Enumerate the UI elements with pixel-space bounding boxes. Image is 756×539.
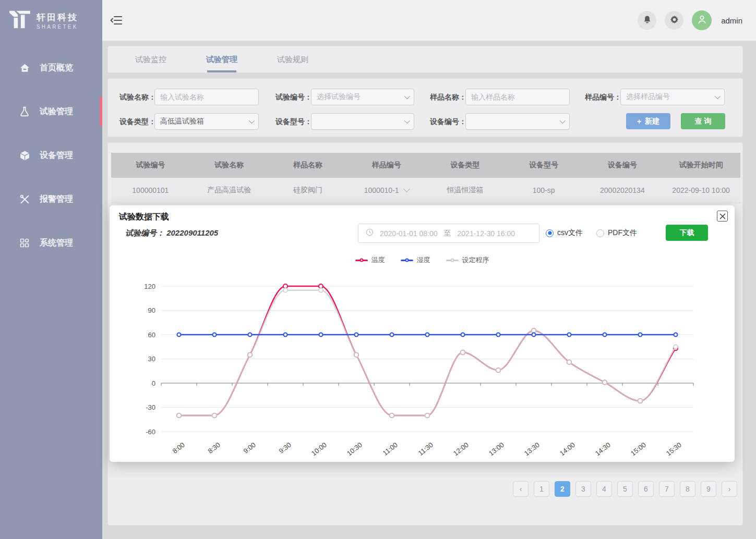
device-model-select[interactable] bbox=[311, 113, 414, 130]
data-point-湿度 bbox=[284, 333, 287, 337]
tab-test-monitoring[interactable]: 试验监控 bbox=[115, 46, 186, 72]
pagination-page-8[interactable]: 8 bbox=[680, 481, 695, 497]
chevron-down-icon bbox=[560, 118, 566, 124]
pagination-prev-button[interactable]: ‹ bbox=[513, 481, 529, 497]
data-point-湿度 bbox=[177, 333, 181, 337]
y-axis-label: -30 bbox=[146, 403, 155, 411]
y-axis-label: 60 bbox=[148, 331, 155, 339]
pagination: ‹ 1 2 3 4 5 6 7 8 9 › bbox=[513, 481, 737, 497]
radio-csv[interactable]: csv文件 bbox=[546, 228, 583, 238]
pagination-page-6[interactable]: 6 bbox=[638, 481, 654, 497]
sample-name-input-field[interactable] bbox=[471, 93, 564, 101]
series-line-温度 bbox=[179, 286, 676, 415]
pagination-page-3[interactable]: 3 bbox=[575, 481, 591, 497]
date-end: 2021-12-30 16:00 bbox=[458, 229, 515, 238]
pagination-page-5[interactable]: 5 bbox=[617, 481, 633, 497]
sidebar-item-home[interactable]: 首页概览 bbox=[0, 53, 102, 82]
sample-no-label: 样品编号： bbox=[585, 89, 621, 105]
chevron-down-icon bbox=[715, 93, 721, 99]
create-button[interactable]: + 新建 bbox=[626, 113, 670, 129]
brand-mark-icon bbox=[8, 9, 31, 31]
brand-name-cn: 轩田科技 bbox=[37, 11, 78, 23]
data-point-湿度 bbox=[568, 333, 571, 337]
device-no-label: 设备编号： bbox=[430, 113, 466, 130]
test-number-value: 202209011205 bbox=[166, 228, 218, 237]
device-type-label: 设备类型： bbox=[119, 113, 156, 130]
close-dialog-button[interactable] bbox=[717, 211, 728, 222]
tab-test-management[interactable]: 试验管理 bbox=[186, 46, 257, 72]
app-window: 轩田科技 SHARETEK 首页概览 试验管理 设备管理 bbox=[0, 0, 756, 539]
dialog-title: 试验数据下载 bbox=[119, 212, 169, 223]
x-axis-label: 15:00 bbox=[629, 441, 647, 456]
data-point-湿度 bbox=[248, 333, 252, 337]
x-axis-label: 10:30 bbox=[345, 441, 364, 456]
expand-row-chevron-icon[interactable] bbox=[403, 186, 410, 192]
test-no-select[interactable]: 选择试验编号 bbox=[311, 89, 414, 105]
data-point-设定程序 bbox=[248, 353, 252, 357]
y-axis-label: 0 bbox=[152, 379, 155, 387]
table-row[interactable]: 100000101 产品高温试验 硅胶阀门 1000010-1 恒温恒湿箱 10… bbox=[111, 178, 740, 203]
sample-name-input[interactable] bbox=[465, 89, 570, 105]
data-point-设定程序 bbox=[354, 353, 358, 357]
pagination-page-2[interactable]: 2 bbox=[555, 481, 570, 497]
data-point-湿度 bbox=[461, 333, 465, 337]
legend-item-humidity[interactable]: 湿度 bbox=[401, 255, 430, 265]
pagination-page-7[interactable]: 7 bbox=[659, 481, 675, 497]
y-axis-label: -60 bbox=[146, 428, 155, 436]
search-button[interactable]: 查 询 bbox=[681, 113, 725, 129]
data-point-设定程序 bbox=[603, 380, 607, 384]
sidebar-item-alarm-management[interactable]: 报警管理 bbox=[0, 185, 102, 214]
sidebar-item-system-management[interactable]: 系统管理 bbox=[0, 228, 102, 258]
y-axis-label: 120 bbox=[144, 283, 155, 290]
pagination-page-9[interactable]: 9 bbox=[701, 481, 716, 497]
data-point-设定程序 bbox=[319, 288, 323, 292]
series-line-设定程序 bbox=[179, 290, 676, 415]
x-axis-label: 8:00 bbox=[171, 441, 186, 455]
data-point-设定程序 bbox=[496, 368, 500, 372]
data-point-设定程序 bbox=[567, 360, 571, 364]
sidebar-item-test-management[interactable]: 试验管理 bbox=[0, 97, 102, 126]
data-point-湿度 bbox=[497, 333, 500, 337]
x-axis-label: 14:00 bbox=[558, 441, 577, 456]
cell-test-no: 100000101 bbox=[111, 178, 190, 203]
col-start-time: 试验开始时间 bbox=[662, 153, 740, 178]
plus-icon: + bbox=[637, 117, 641, 126]
x-axis-label: 13:00 bbox=[487, 441, 506, 456]
radio-pdf-dot bbox=[596, 229, 604, 237]
y-axis-label: 90 bbox=[148, 307, 155, 314]
tab-test-rules[interactable]: 试验规则 bbox=[257, 46, 328, 72]
sample-no-select[interactable]: 选择样品编号 bbox=[620, 89, 725, 105]
sidebar-item-device-management[interactable]: 设备管理 bbox=[0, 141, 102, 170]
download-button[interactable]: 下载 bbox=[666, 225, 708, 241]
date-start: 2020-01-01 08:00 bbox=[380, 229, 438, 238]
date-range-picker[interactable]: 2020-01-01 08:00 至 2021-12-30 16:00 bbox=[358, 224, 539, 243]
test-name-label: 试验名称： bbox=[119, 89, 156, 105]
legend-item-temperature[interactable]: 温度 bbox=[355, 255, 385, 265]
test-no-label: 试验编号： bbox=[275, 89, 312, 105]
sidebar-item-label: 首页概览 bbox=[40, 63, 73, 74]
line-chart: 1209060300-30-608:008:309:009:3010:0010:… bbox=[122, 270, 727, 456]
pagination-page-4[interactable]: 4 bbox=[596, 481, 612, 497]
download-dialog: 试验数据下载 试验编号： 202209011205 2020-01-01 08:… bbox=[110, 205, 735, 462]
results-table: 试验编号 试验名称 样品名称 样品编号 设备类型 设备型号 设备编号 试验开始时… bbox=[111, 153, 740, 203]
settings-button[interactable] bbox=[665, 11, 683, 30]
test-name-input-field[interactable] bbox=[160, 93, 253, 101]
pagination-page-1[interactable]: 1 bbox=[534, 481, 549, 497]
collapse-menu-icon[interactable] bbox=[109, 13, 124, 28]
x-axis-label: 13:30 bbox=[523, 441, 541, 456]
col-test-name: 试验名称 bbox=[190, 153, 269, 178]
flask-icon bbox=[19, 106, 30, 117]
test-name-input[interactable] bbox=[154, 89, 259, 105]
pagination-next-button[interactable]: › bbox=[722, 481, 737, 497]
notifications-button[interactable] bbox=[638, 11, 656, 30]
user-avatar[interactable] bbox=[692, 10, 712, 30]
bell-icon bbox=[642, 15, 652, 27]
cell-device-no: 20002020134 bbox=[583, 178, 662, 203]
device-type-select[interactable]: 高低温试验箱 bbox=[154, 113, 259, 130]
sidebar-item-label: 试验管理 bbox=[40, 106, 73, 117]
device-no-select[interactable] bbox=[465, 113, 570, 130]
radio-pdf[interactable]: PDF文件 bbox=[596, 228, 637, 238]
legend-item-set-program[interactable]: 设定程序 bbox=[446, 255, 489, 265]
filter-form: 试验名称： 试验编号： 选择试验编号 样品名称： 样品编号： 选择样品编号 设备… bbox=[107, 78, 743, 137]
x-axis-label: 11:30 bbox=[417, 441, 435, 456]
